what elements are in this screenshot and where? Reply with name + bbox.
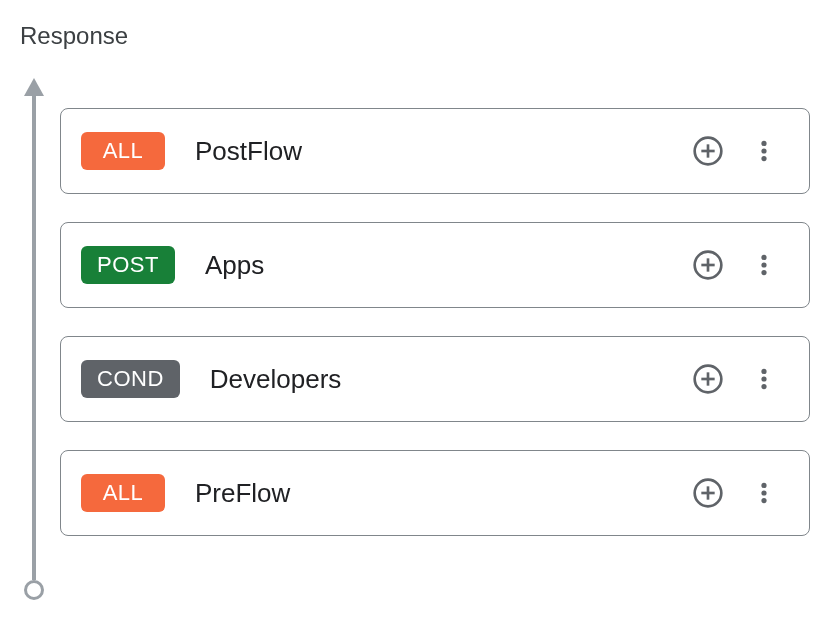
more-options-button[interactable] (745, 246, 783, 284)
flow-title: PreFlow (195, 478, 689, 509)
add-policy-button[interactable] (689, 360, 727, 398)
plus-circle-icon (692, 249, 724, 281)
flow-title: Developers (210, 364, 689, 395)
timeline-end-circle-icon (24, 580, 44, 600)
more-options-button[interactable] (745, 474, 783, 512)
svg-point-16 (761, 376, 766, 381)
svg-point-15 (761, 369, 766, 374)
flow-actions (689, 246, 783, 284)
svg-point-9 (761, 255, 766, 260)
add-policy-button[interactable] (689, 132, 727, 170)
flow-title: Apps (205, 250, 689, 281)
svg-point-10 (761, 262, 766, 267)
more-vertical-icon (751, 252, 777, 278)
plus-circle-icon (692, 477, 724, 509)
more-vertical-icon (751, 366, 777, 392)
flow-row[interactable]: COND Developers (60, 336, 810, 422)
svg-point-22 (761, 490, 766, 495)
flow-actions (689, 474, 783, 512)
svg-point-21 (761, 483, 766, 488)
flow-actions (689, 360, 783, 398)
svg-point-17 (761, 384, 766, 389)
flow-row[interactable]: ALL PostFlow (60, 108, 810, 194)
response-section: Response ALL PostFlow (0, 0, 830, 620)
more-vertical-icon (751, 480, 777, 506)
flow-tag: POST (81, 246, 175, 284)
svg-point-3 (761, 141, 766, 146)
svg-point-11 (761, 270, 766, 275)
more-options-button[interactable] (745, 360, 783, 398)
flow-list: ALL PostFlow (60, 108, 810, 536)
flow-row[interactable]: POST Apps (60, 222, 810, 308)
flow-actions (689, 132, 783, 170)
svg-point-4 (761, 148, 766, 153)
response-timeline (24, 78, 44, 590)
svg-point-5 (761, 156, 766, 161)
more-options-button[interactable] (745, 132, 783, 170)
flow-title: PostFlow (195, 136, 689, 167)
section-title: Response (20, 22, 128, 50)
add-policy-button[interactable] (689, 474, 727, 512)
svg-point-23 (761, 498, 766, 503)
flow-row[interactable]: ALL PreFlow (60, 450, 810, 536)
more-vertical-icon (751, 138, 777, 164)
plus-circle-icon (692, 135, 724, 167)
add-policy-button[interactable] (689, 246, 727, 284)
flow-tag: ALL (81, 474, 165, 512)
timeline-shaft (32, 92, 36, 580)
plus-circle-icon (692, 363, 724, 395)
flow-tag: COND (81, 360, 180, 398)
flow-tag: ALL (81, 132, 165, 170)
